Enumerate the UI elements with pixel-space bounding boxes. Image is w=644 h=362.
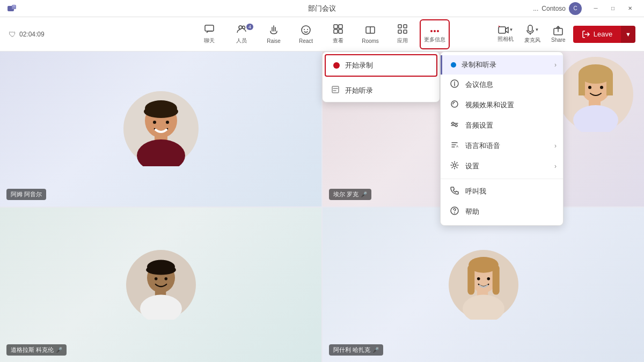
maximize-button[interactable]: □ xyxy=(605,3,620,14)
language-speech-icon: A xyxy=(449,141,460,151)
shield-icon: 🛡 xyxy=(9,30,16,39)
view-label: 查看 xyxy=(333,37,343,45)
camera-label: 照相机 xyxy=(497,35,514,43)
svg-rect-16 xyxy=(398,30,401,33)
svg-point-59 xyxy=(487,277,490,280)
language-speech-label: 语言和语音 xyxy=(465,141,500,151)
participant-1-name: 阿姆 阿音尔 xyxy=(11,190,42,198)
start-transcription-label: 开始听录 xyxy=(345,86,373,95)
people-badge: 4 xyxy=(246,24,253,30)
leave-button[interactable]: Leave xyxy=(573,26,621,43)
menu-language-speech[interactable]: A 语言和语音 › xyxy=(441,136,563,156)
react-icon xyxy=(301,25,311,37)
svg-point-5 xyxy=(243,26,245,29)
participant-2-name: 埃尔 罗克 xyxy=(333,190,358,198)
participant-1-label: 阿姆 阿音尔 xyxy=(6,189,46,200)
rooms-icon xyxy=(365,25,376,37)
leave-label: Leave xyxy=(594,30,612,38)
record-transcribe-arrow: › xyxy=(554,61,557,69)
menu-meeting-info[interactable]: 会议信息 xyxy=(441,75,563,95)
menu-settings[interactable]: 设置 › xyxy=(441,156,563,176)
svg-point-66 xyxy=(453,164,456,167)
more-button[interactable]: 更多信息 xyxy=(420,19,450,49)
svg-point-4 xyxy=(239,26,242,29)
call-me-label: 呼叫我 xyxy=(465,187,486,196)
mic-label: 麦克风 xyxy=(524,36,540,44)
minimize-button[interactable]: ─ xyxy=(588,3,603,14)
meeting-toolbar: 🛡 02:04:09 聊天 人员 4 Raise React xyxy=(0,17,644,51)
more-dots-label[interactable]: ... xyxy=(533,5,538,12)
svg-rect-54 xyxy=(467,265,474,295)
people-button[interactable]: 人员 xyxy=(226,19,257,49)
camera-button[interactable]: ▼ 照相机 xyxy=(494,19,517,49)
title-bar-left xyxy=(6,3,17,14)
chat-button[interactable]: 聊天 xyxy=(194,19,224,49)
rooms-button[interactable]: Rooms xyxy=(355,19,385,49)
transcription-icon xyxy=(331,85,340,95)
svg-point-29 xyxy=(144,105,178,118)
contoso-info: ... Contoso C xyxy=(533,2,582,15)
svg-rect-9 xyxy=(334,25,338,28)
view-icon xyxy=(333,24,343,36)
participant-1-avatar xyxy=(123,91,199,166)
start-recording-item[interactable]: 开始录制 xyxy=(325,54,437,77)
leave-dropdown-button[interactable]: ▼ xyxy=(621,26,635,43)
start-transcription-item[interactable]: 开始听录 xyxy=(323,79,440,102)
menu-divider xyxy=(441,179,563,179)
react-label: React xyxy=(299,38,313,44)
apps-button[interactable]: 应用 xyxy=(387,19,418,49)
menu-call-me[interactable]: 呼叫我 xyxy=(441,181,563,202)
video-cell-3: 道格拉斯 科克伦 🎤 xyxy=(0,208,321,363)
apps-label: 应用 xyxy=(397,37,408,45)
mic-button[interactable]: ▼ 麦克风 xyxy=(521,19,544,49)
mic-dropdown-arrow[interactable]: ▼ xyxy=(535,27,539,32)
people-label: 人员 xyxy=(236,37,247,45)
record-transcribe-label: 录制和听录 xyxy=(462,60,496,70)
svg-point-33 xyxy=(166,121,169,124)
svg-line-22 xyxy=(499,26,500,27)
menu-audio-settings[interactable]: 音频设置 xyxy=(441,115,563,136)
camera-dropdown-arrow[interactable]: ▼ xyxy=(509,27,514,32)
help-label: 帮助 xyxy=(465,207,479,217)
meeting-info-icon xyxy=(449,79,460,90)
settings-label: 设置 xyxy=(465,161,479,171)
react-button[interactable]: React xyxy=(291,19,321,49)
svg-rect-17 xyxy=(404,30,407,33)
svg-point-20 xyxy=(437,30,439,32)
participant-2-label: 埃尔 罗克 🎤 xyxy=(329,189,371,200)
rooms-label: Rooms xyxy=(362,38,379,44)
svg-point-32 xyxy=(153,121,156,124)
svg-point-50 xyxy=(164,277,167,280)
chat-label: 聊天 xyxy=(204,37,215,45)
menu-video-effects[interactable]: 视频效果和设置 xyxy=(441,95,563,115)
close-button[interactable]: ✕ xyxy=(623,3,638,14)
participant-2-mic-icon: 🎤 xyxy=(361,191,367,197)
title-bar-title: 部门会议 xyxy=(308,4,336,13)
view-button[interactable]: 查看 xyxy=(323,19,353,49)
svg-rect-10 xyxy=(339,25,342,28)
people-icon xyxy=(236,24,247,36)
raise-label: Raise xyxy=(267,38,281,44)
participant-3-name: 道格拉斯 科克伦 xyxy=(11,346,54,354)
svg-point-6 xyxy=(302,26,310,34)
svg-rect-15 xyxy=(404,25,407,28)
share-button[interactable]: Share xyxy=(548,19,569,49)
svg-rect-37 xyxy=(579,74,585,95)
svg-point-62 xyxy=(454,82,455,83)
start-recording-label: 开始录制 xyxy=(345,61,373,70)
blue-dot-icon xyxy=(451,62,456,68)
video-cell-1: 阿姆 阿音尔 xyxy=(0,51,321,206)
menu-help[interactable]: 帮助 xyxy=(441,202,563,222)
call-me-icon xyxy=(449,186,460,197)
teams-logo-icon xyxy=(6,3,17,14)
settings-icon xyxy=(449,161,460,172)
svg-point-19 xyxy=(434,30,436,32)
more-label: 更多信息 xyxy=(424,36,445,43)
svg-rect-23 xyxy=(528,25,532,32)
raise-button[interactable]: Raise xyxy=(259,19,289,49)
timer-section: 🛡 02:04:09 xyxy=(9,30,45,39)
leave-button-group: Leave ▼ xyxy=(573,26,635,43)
svg-rect-60 xyxy=(332,86,339,93)
window-controls: ─ □ ✕ xyxy=(588,3,638,14)
menu-record-transcribe[interactable]: 录制和听录 › xyxy=(441,55,563,75)
